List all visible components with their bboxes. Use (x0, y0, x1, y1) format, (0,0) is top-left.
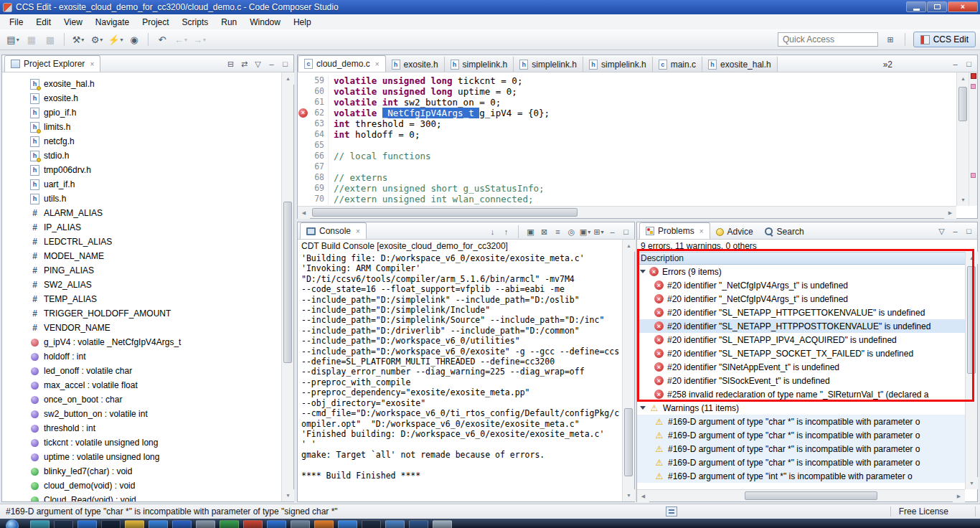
scroll-left-button[interactable]: ◀ (298, 207, 310, 219)
menu-item-edit[interactable]: Edit (29, 15, 57, 29)
menu-item-window[interactable]: Window (243, 15, 287, 29)
explorer-item[interactable]: holdoff : int (2, 349, 281, 364)
code-line[interactable]: ×62volatile _NetCfgIpV4Args_t g_ipV4 = {… (298, 108, 956, 118)
occurrence-marker[interactable] (971, 84, 976, 89)
open-console-button[interactable]: ⊞▾ (593, 226, 605, 237)
taskbar-item[interactable] (125, 520, 144, 528)
scroll-down-button[interactable]: ▼ (623, 489, 635, 501)
view-menu-button[interactable]: ▽ (252, 58, 264, 70)
editor-tab[interactable]: hexosite_hal.h (702, 57, 778, 72)
search-tab[interactable]: Search (759, 225, 810, 239)
taskbar-item[interactable] (243, 520, 263, 528)
taskbar-item[interactable] (220, 520, 239, 528)
problem-group-row[interactable]: ⚠Warnings (11 items) (637, 401, 965, 415)
problems-horizontal-scrollbar[interactable]: ◀ ▶ (637, 489, 965, 501)
minimize-view-button[interactable]: – (606, 226, 618, 237)
code-line[interactable]: 70//extern unsigned int wlan_connected; (298, 194, 956, 204)
taskbar-item[interactable] (433, 520, 452, 528)
scrollbar-thumb[interactable] (283, 202, 292, 363)
taskbar-item[interactable] (101, 520, 121, 528)
close-window-button[interactable]: × (948, 1, 978, 12)
taskbar-item[interactable] (385, 520, 405, 528)
search-button[interactable]: ◉ (126, 32, 143, 47)
display-console-button[interactable]: ▣▾ (579, 226, 591, 237)
explorer-item[interactable]: #IP_ALIAS (2, 220, 281, 235)
close-view-icon[interactable]: × (90, 60, 94, 68)
open-perspective-button[interactable]: ⊞ (885, 34, 897, 45)
taskbar-item[interactable] (314, 520, 334, 528)
problem-row[interactable]: ×#20 identifier "SlNetAppEvent_t" is und… (637, 360, 965, 374)
expand-arrow-icon[interactable] (640, 406, 646, 410)
close-tab-icon[interactable]: × (375, 60, 380, 68)
explorer-item[interactable]: g_ipV4 : volatile _NetCfgIpV4Args_t (2, 335, 281, 349)
show-console-button[interactable]: ▣ (524, 226, 537, 237)
problem-row[interactable]: ⚠#169-D argument of type "char *" is inc… (637, 442, 965, 456)
start-button[interactable] (6, 519, 19, 528)
explorer-item[interactable]: led_onoff : volatile char (2, 364, 281, 378)
console-output[interactable]: 'Building file: D:/workspace_v6_0/exosit… (301, 253, 619, 500)
taskbar-item[interactable] (196, 520, 215, 528)
menu-item-run[interactable]: Run (215, 15, 243, 29)
explorer-item[interactable]: #PING_ALIAS (2, 263, 281, 278)
next-error-button[interactable]: ↓ (486, 226, 499, 237)
pin-console-button[interactable]: ◎ (565, 226, 578, 237)
problems-vertical-scrollbar[interactable]: ▲ ▼ (965, 252, 977, 489)
flash-button[interactable]: ⚡▾ (107, 32, 124, 47)
minimize-view-button[interactable]: – (265, 58, 278, 70)
problem-group-row[interactable]: ×Errors (9 items) (637, 265, 965, 278)
explorer-item[interactable]: #SW2_ALIAS (2, 278, 281, 292)
menu-item-project[interactable]: Project (136, 15, 175, 29)
scrollbar-thumb[interactable] (624, 408, 633, 476)
code-line[interactable]: 67 (298, 161, 956, 172)
code-line[interactable]: 60volatile unsigned long uptime = 0; (298, 86, 956, 97)
explorer-item[interactable]: threshold : int (2, 421, 281, 435)
explorer-item[interactable]: #LEDCTRL_ALIAS (2, 235, 281, 249)
explorer-item[interactable]: tickcnt : volatile unsigned long (2, 435, 281, 450)
titlebar[interactable]: CCS Edit - exosite_cloud_demo_for_cc3200… (0, 0, 980, 14)
scroll-lock-button[interactable]: ≡ (552, 226, 564, 237)
previous-error-button[interactable]: ↑ (500, 226, 512, 237)
code-line[interactable]: 66// local functions (298, 151, 956, 161)
editor-tab[interactable]: cmain.c (653, 57, 702, 72)
problem-row[interactable]: ×#20 identifier "SL_NETAPP_HTTPGETTOKENV… (637, 306, 965, 319)
collapse-all-button[interactable]: ⊟ (225, 58, 237, 70)
explorer-item[interactable]: hgpio_if.h (2, 105, 281, 120)
taskbar-item[interactable] (362, 520, 381, 528)
scroll-down-button[interactable]: ▼ (282, 489, 294, 501)
explorer-item[interactable]: hlimits.h (2, 120, 281, 134)
taskbar-item[interactable] (30, 520, 50, 528)
explorer-item[interactable]: sw2_button_on : volatile int (2, 407, 281, 421)
explorer-item[interactable]: max_accel : volatile float (2, 378, 281, 392)
close-view-icon[interactable]: × (356, 227, 360, 235)
taskbar-item[interactable] (77, 520, 97, 528)
explorer-item[interactable]: hexosite.h (2, 91, 281, 105)
taskbar-item[interactable] (54, 520, 73, 528)
editor-vertical-scrollbar[interactable]: ▲ ▼ (956, 72, 969, 206)
explorer-item[interactable]: htmp006drv.h (2, 163, 281, 177)
expand-arrow-icon[interactable] (640, 270, 646, 273)
explorer-item[interactable]: #TEMP_ALIAS (2, 292, 281, 306)
maximize-view-button[interactable]: □ (279, 58, 291, 70)
link-with-editor-button[interactable]: ⇄ (238, 58, 250, 70)
project-explorer-tab[interactable]: Project Explorer × (4, 55, 100, 72)
scroll-down-button[interactable]: ▼ (966, 477, 978, 489)
code-line[interactable]: 69//extern unsigned short g_usStatusInfo… (298, 183, 956, 194)
restore-window-button[interactable] (927, 1, 947, 12)
problem-row[interactable]: ×#20 identifier "_NetCfgIpV4Args_t" is u… (637, 292, 965, 306)
maximize-view-button[interactable]: □ (620, 226, 632, 237)
menu-item-navigate[interactable]: Navigate (89, 15, 136, 29)
code-line[interactable]: 64int holdoff = 0; (298, 129, 956, 140)
explorer-item[interactable]: cloud_demo(void) : void (2, 478, 281, 493)
taskbar-item[interactable] (267, 520, 286, 528)
code-line[interactable]: 61volatile int sw2_button_on = 0; (298, 97, 956, 108)
scroll-right-button[interactable]: ▶ (953, 490, 965, 502)
menu-item-scripts[interactable]: Scripts (176, 15, 215, 29)
scroll-up-button[interactable]: ▲ (957, 72, 969, 85)
explorer-item[interactable]: hstdio.h (2, 148, 281, 163)
new-button[interactable]: ▤▾ (4, 32, 22, 47)
last-edit-location-button[interactable]: ↶ (154, 32, 171, 47)
console-tab[interactable]: Console × (300, 222, 367, 239)
quick-access-input[interactable] (778, 32, 878, 47)
problem-row[interactable]: ×#20 identifier "SL_NETAPP_IPV4_ACQUIRED… (637, 333, 965, 346)
problem-row[interactable]: ⚠#169-D argument of type "char *" is inc… (637, 456, 965, 469)
